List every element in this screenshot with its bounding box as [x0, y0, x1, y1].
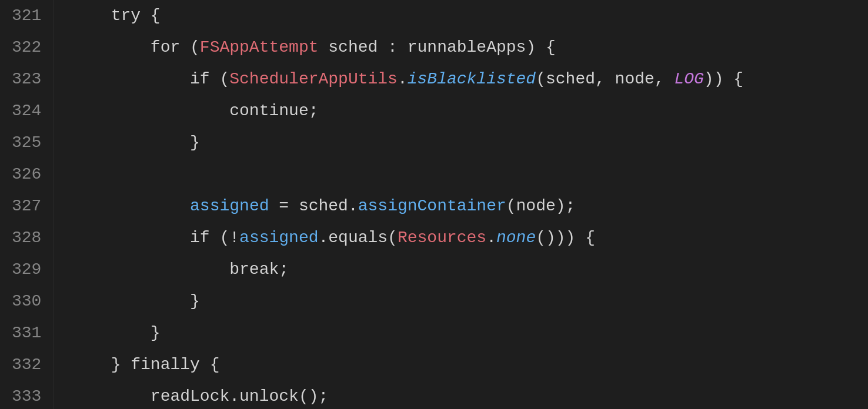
line-number: 330 [12, 286, 41, 317]
line-number: 329 [12, 254, 41, 286]
code-line: } [71, 317, 868, 349]
line-number: 323 [12, 63, 41, 95]
code-line: if (!assigned.equals(Resources.none())) … [71, 222, 868, 254]
line-number: 325 [12, 127, 41, 159]
code-line: readLock.unlock(); [71, 381, 868, 409]
code-line [71, 159, 868, 190]
line-number: 328 [12, 222, 41, 254]
line-number: 327 [12, 190, 41, 222]
line-number: 326 [12, 159, 41, 190]
code-line: } [71, 127, 868, 159]
code-line: try { [71, 0, 868, 32]
code-line: continue; [71, 95, 868, 127]
line-number: 332 [12, 349, 41, 381]
code-line: for (FSAppAttempt sched : runnableApps) … [71, 32, 868, 63]
code-line: break; [71, 254, 868, 286]
line-number: 321 [12, 0, 41, 32]
line-number: 322 [12, 32, 41, 63]
code-line: } finally { [71, 349, 868, 381]
line-number: 324 [12, 95, 41, 127]
code-editor: 3213223233243253263273283293303313323333… [0, 0, 868, 409]
line-number: 331 [12, 317, 41, 349]
code-content: try { for (FSAppAttempt sched : runnable… [54, 0, 868, 409]
code-line: } [71, 286, 868, 317]
code-line: assigned = sched.assignContainer(node); [71, 190, 868, 222]
line-number: 333 [12, 381, 41, 409]
code-line: if (SchedulerAppUtils.isBlacklisted(sche… [71, 63, 868, 95]
line-numbers: 3213223233243253263273283293303313323333… [0, 0, 54, 409]
